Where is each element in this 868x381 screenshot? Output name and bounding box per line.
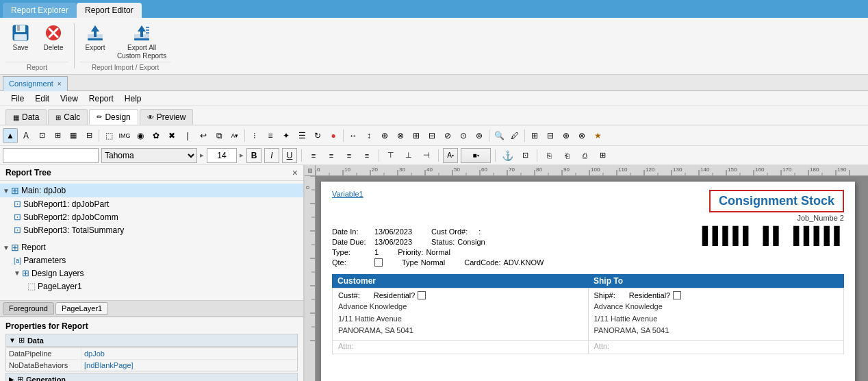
tb-btn-21[interactable]: ↕ — [361, 128, 376, 143]
tb-btn-24[interactable]: ⊞ — [409, 128, 424, 143]
menu-edit[interactable]: Edit — [29, 93, 55, 105]
align-left-btn[interactable]: ≡ — [306, 148, 321, 163]
tb-btn-28[interactable]: ⊚ — [472, 128, 487, 143]
tb-btn-13[interactable]: A▾ — [227, 128, 242, 143]
tree-item-main[interactable]: ▼ ⊞ Main: dpJob — [0, 184, 303, 197]
paste-format-btn[interactable]: ⎗ — [559, 148, 574, 163]
prop-key-nodatabehaviors: NoDataBehaviors — [6, 360, 81, 371]
tb-btn-27[interactable]: ⊙ — [456, 128, 471, 143]
text-align-2[interactable]: ⊤ — [383, 148, 398, 163]
menu-file[interactable]: File — [5, 93, 29, 105]
text-tool[interactable]: A — [18, 128, 34, 143]
tb-btn-9[interactable]: ✖ — [164, 128, 179, 143]
close-tree-icon[interactable]: × — [292, 167, 298, 178]
tb-btn-33[interactable]: ⊕ — [559, 128, 574, 143]
tb-btn-22[interactable]: ⊕ — [377, 128, 392, 143]
bold-button[interactable]: B — [246, 148, 261, 163]
more-btn[interactable]: ⊡ — [518, 148, 533, 163]
svg-text:180: 180 — [810, 167, 819, 173]
text-align-4[interactable]: ⊣ — [419, 148, 434, 163]
tree-item-subreport1[interactable]: ⊡ SubReport1: dpJobPart — [0, 197, 303, 210]
tree-header-label: Report Tree — [5, 168, 51, 177]
priority-label: Priority: — [398, 248, 423, 256]
tree-item-subreport3[interactable]: ⊡ SubReport3: TotalSummary — [0, 223, 303, 236]
menu-report[interactable]: Report — [84, 93, 119, 105]
align-center-btn[interactable]: ≡ — [324, 148, 339, 163]
tab-design[interactable]: ✏ Design — [89, 109, 138, 125]
tab-preview[interactable]: 👁 Preview — [140, 109, 194, 125]
date-in-value: 13/06/2023 — [374, 228, 412, 236]
tb-btn-14[interactable]: ⁝ — [247, 128, 262, 143]
props-section-generation[interactable]: ▶ ⊞ Generation — [5, 373, 298, 381]
tb-btn-7[interactable]: ◉ — [133, 128, 148, 143]
tab-report-editor[interactable]: Report Editor — [77, 3, 142, 18]
export-all-button[interactable]: Export AllCustom Reports — [113, 21, 170, 62]
highlight-btn[interactable]: ■▾ — [461, 148, 491, 163]
clear-format-btn[interactable]: ⎙ — [577, 148, 592, 163]
tb-btn-35[interactable]: ★ — [590, 128, 605, 143]
more-format-btn[interactable]: ⊞ — [595, 148, 610, 163]
align-right-btn[interactable]: ≡ — [342, 148, 357, 163]
tree-item-design-layers[interactable]: ▼ ⊞ Design Layers — [0, 267, 303, 280]
svg-text:20: 20 — [372, 167, 378, 173]
delete-button[interactable]: Delete — [38, 21, 68, 62]
svg-text:150: 150 — [728, 167, 737, 173]
tb-btn-20[interactable]: ↔ — [346, 128, 361, 143]
tb-btn-5[interactable]: ⬚ — [101, 128, 116, 143]
tb-btn-12[interactable]: ⧉ — [212, 128, 227, 143]
tb-btn-6[interactable]: IMG — [117, 128, 132, 143]
save-button[interactable]: Save — [5, 21, 36, 62]
underline-button[interactable]: U — [282, 148, 297, 163]
city-state-right: PANORAMA, SA 5041 — [594, 325, 839, 337]
props-section-data[interactable]: ▼ ⊞ Data — [5, 334, 298, 347]
tb-btn-30[interactable]: 🖊 — [507, 128, 522, 143]
tb-btn-3[interactable]: ▦ — [66, 128, 81, 143]
tb-btn-8[interactable]: ✿ — [149, 128, 164, 143]
tb-btn-19[interactable]: ● — [326, 128, 341, 143]
text-align-3[interactable]: ⊥ — [401, 148, 416, 163]
svg-text:0: 0 — [317, 167, 320, 173]
layer-tab-pagelayer1[interactable]: PageLayer1 — [55, 302, 108, 315]
tb-btn-31[interactable]: ⊞ — [527, 128, 542, 143]
tb-btn-17[interactable]: ☰ — [294, 128, 309, 143]
tb-btn-15[interactable]: ≡ — [263, 128, 278, 143]
export-button[interactable]: Export — [80, 21, 110, 53]
tb-btn-11[interactable]: ↩ — [196, 128, 211, 143]
tab-calc[interactable]: ⊞ Calc — [48, 109, 88, 125]
svg-text:130: 130 — [673, 167, 682, 173]
select-tool[interactable]: ▲ — [3, 128, 18, 143]
copy-format-btn[interactable]: ⎘ — [541, 148, 557, 163]
tb-btn-4[interactable]: ⊟ — [81, 128, 97, 143]
consignment-title: Consignment Stock — [709, 190, 844, 212]
tree-item-parameters[interactable]: [a] Parameters — [0, 254, 303, 267]
tb-btn-25[interactable]: ⊟ — [424, 128, 439, 143]
tb-btn-26[interactable]: ⊘ — [440, 128, 455, 143]
tb-btn-18[interactable]: ↻ — [310, 128, 325, 143]
tb-btn-1[interactable]: ⊡ — [34, 128, 49, 143]
tree-item-pagelayer1[interactable]: ⬚ PageLayer1 — [0, 280, 303, 293]
tb-btn-23[interactable]: ⊗ — [393, 128, 408, 143]
svg-text:70: 70 — [509, 167, 515, 173]
tb-btn-32[interactable]: ⊟ — [543, 128, 558, 143]
tb-btn-29[interactable]: 🔍 — [492, 128, 507, 143]
italic-button[interactable]: I — [264, 148, 279, 163]
tb-btn-2[interactable]: ⊞ — [50, 128, 65, 143]
tb-btn-16[interactable]: ✦ — [279, 128, 294, 143]
font-style-input[interactable] — [3, 148, 99, 163]
align-justify-btn[interactable]: ≡ — [359, 148, 374, 163]
anchor-btn[interactable]: ⚓ — [500, 148, 515, 163]
tab-data[interactable]: ▦ Data — [5, 109, 47, 125]
tab-report-explorer[interactable]: Report Explorer — [3, 3, 77, 18]
tree-item-report[interactable]: ▼ ⊞ Report — [0, 241, 303, 254]
menu-view[interactable]: View — [55, 93, 84, 105]
font-name-select[interactable]: Tahoma — [101, 148, 197, 163]
tree-item-subreport2[interactable]: ⊡ SubReport2: dpJobComm — [0, 210, 303, 223]
tb-btn-10[interactable]: | — [180, 128, 195, 143]
document-tab-consignment[interactable]: Consignment × — [3, 76, 68, 91]
close-tab-icon[interactable]: × — [58, 80, 62, 88]
font-color-btn[interactable]: A▾ — [443, 148, 458, 163]
tb-btn-34[interactable]: ⊗ — [574, 128, 589, 143]
layer-tab-foreground[interactable]: Foreground — [3, 302, 54, 315]
menu-help[interactable]: Help — [119, 93, 147, 105]
font-size-input[interactable] — [207, 148, 237, 163]
